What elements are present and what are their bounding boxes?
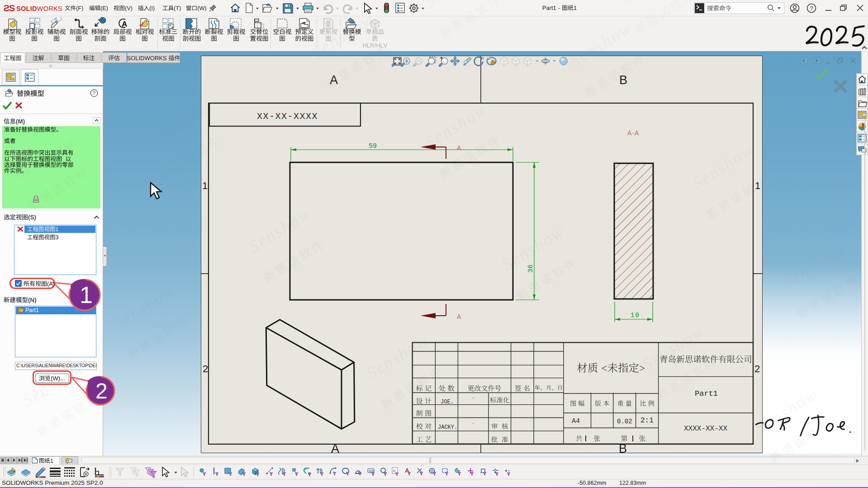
svg-text:A: A <box>330 73 338 87</box>
svg-text:`: ` <box>471 422 475 429</box>
svg-text:100: 100 <box>369 469 375 473</box>
svg-text:10: 10 <box>631 312 640 319</box>
svg-text:`: ` <box>471 397 475 404</box>
svg-text:2:1: 2:1 <box>640 417 654 425</box>
svg-text:Part1: Part1 <box>695 389 718 398</box>
svg-text:JOE.: JOE. <box>441 399 454 405</box>
svg-text:2: 2 <box>203 363 208 374</box>
svg-text:2: 2 <box>754 363 760 374</box>
svg-text:1: 1 <box>80 282 93 308</box>
svg-text:B: B <box>619 73 627 87</box>
svg-text:A4: A4 <box>572 417 580 425</box>
svg-text:A: A <box>457 144 461 152</box>
svg-text:2: 2 <box>95 379 108 403</box>
svg-text:A-A: A-A <box>627 129 639 137</box>
svg-text:A: A <box>122 20 127 28</box>
svg-text:A: A <box>457 313 461 320</box>
svg-text:XX-XX-XXXX: XX-XX-XXXX <box>257 111 318 122</box>
svg-text:0.02: 0.02 <box>617 418 632 425</box>
svg-text:?: ? <box>810 5 813 12</box>
svg-text:SOLIDWORKS: SOLIDWORKS <box>16 5 62 12</box>
svg-text:?: ? <box>93 90 95 96</box>
svg-text:XXXX-XX-XX: XXXX-XX-XX <box>684 425 727 433</box>
svg-text:1: 1 <box>755 180 760 191</box>
svg-text:59: 59 <box>369 142 377 150</box>
svg-text:1: 1 <box>202 180 208 191</box>
svg-text:A: A <box>393 469 396 473</box>
svg-text:A: A <box>331 442 339 453</box>
svg-text:36: 36 <box>527 265 535 273</box>
svg-text:JACKY.: JACKY. <box>438 424 457 431</box>
svg-text:S: S <box>9 3 15 13</box>
